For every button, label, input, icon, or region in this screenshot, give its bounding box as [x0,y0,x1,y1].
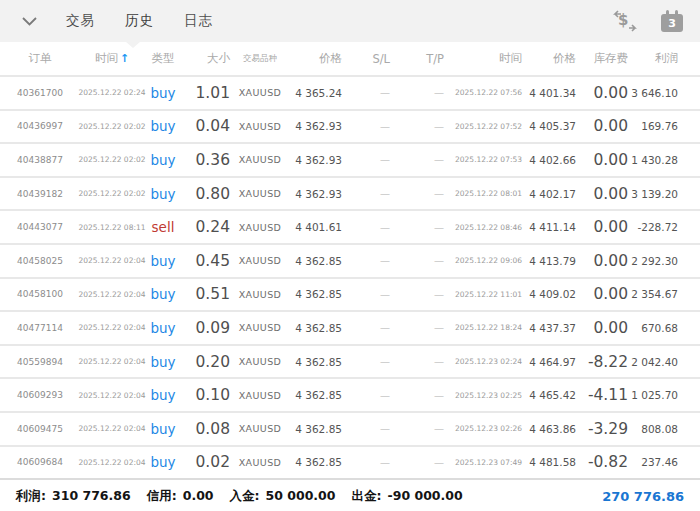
table-row[interactable]: 406096842025.12.22 02:04buy0.02XAUUSD4 3… [0,445,700,479]
order-type: buy [150,253,175,269]
symbol: XAUUSD [239,356,282,367]
order-type: buy [150,286,175,302]
col-type[interactable]: 类型 [152,51,175,66]
take-profit: — [434,188,444,199]
close-time: 2025.12.22 08:46 [455,223,522,232]
volume: 0.20 [195,353,230,371]
table-row[interactable]: 406092932025.12.22 02:04buy0.10XAUUSD4 3… [0,377,700,411]
profit: 670.68 [641,322,678,334]
swap: 0.00 [593,151,628,169]
swap: 0.00 [593,117,628,135]
open-time: 2025.12.22 02:04 [79,256,146,265]
order-id: 40439182 [17,189,63,199]
close-price: 4 405.37 [529,120,576,132]
stop-loss: — [380,356,390,367]
history-table: 403617002025.12.22 02:24buy1.01XAUUSD4 3… [0,75,700,478]
table-row[interactable]: 404391822025.12.22 02:02buy0.80XAUUSD4 3… [0,176,700,210]
stop-loss: — [380,121,390,132]
order-type: buy [150,320,175,336]
table-row[interactable]: 404369972025.12.22 02:02buy0.04XAUUSD4 3… [0,109,700,143]
stop-loss: — [380,154,390,165]
swap: -8.22 [588,353,628,371]
open-price: 4 362.93 [295,154,342,166]
table-row[interactable]: 405598942025.12.22 02:04buy0.20XAUUSD4 3… [0,344,700,378]
order-id: 40477114 [17,323,63,333]
col-swap[interactable]: 库存费 [594,51,629,66]
stop-loss: — [380,188,390,199]
open-time: 2025.12.22 02:04 [79,290,146,299]
table-row[interactable]: 404388772025.12.22 02:02buy0.36XAUUSD4 3… [0,142,700,176]
table-row[interactable]: 403617002025.12.22 02:24buy1.01XAUUSD4 3… [0,75,700,109]
symbol: XAUUSD [239,188,282,199]
close-price: 4 464.97 [529,356,576,368]
col-sl[interactable]: S/L [372,52,390,66]
col-open-price[interactable]: 价格 [319,51,342,66]
take-profit: — [434,154,444,165]
swap: -0.82 [588,453,628,471]
order-id: 40436997 [17,121,63,131]
toolbar-actions: $ 3 [612,9,684,33]
order-type: buy [150,354,175,370]
volume: 0.08 [195,420,230,438]
tab-trade[interactable]: 交易 [66,8,95,34]
open-price: 4 362.85 [295,456,342,468]
volume: 0.45 [195,252,230,270]
swap: -3.29 [588,420,628,438]
table-row[interactable]: 404430772025.12.22 08:11sell0.24XAUUSD4 … [0,209,700,243]
tab-journal[interactable]: 日志 [184,8,213,34]
table-row[interactable]: 406094752025.12.22 02:04buy0.08XAUUSD4 3… [0,411,700,445]
symbol: XAUUSD [239,222,282,233]
close-time: 2025.12.23 02:24 [455,357,522,366]
stop-loss: — [380,222,390,233]
close-time: 2025.12.22 08:01 [455,189,522,198]
col-close-price[interactable]: 价格 [553,51,576,66]
col-order[interactable]: 订单 [29,51,52,66]
stop-loss: — [380,255,390,266]
close-time: 2025.12.22 09:06 [455,256,522,265]
order-id: 40458025 [17,256,63,266]
table-row[interactable]: 404771142025.12.22 02:04buy0.09XAUUSD4 3… [0,310,700,344]
chevron-down-icon[interactable] [16,8,42,34]
table-row[interactable]: 404580252025.12.22 02:04buy0.45XAUUSD4 3… [0,243,700,277]
funds-transfer-icon[interactable]: $ [612,9,638,33]
close-price: 4 411.14 [529,221,576,233]
calendar-period-icon[interactable]: 3 [660,9,684,33]
swap: 0.00 [593,285,628,303]
order-type: buy [150,118,175,134]
close-time: 2025.12.22 07:53 [455,155,522,164]
take-profit: — [434,222,444,233]
col-open-time[interactable]: 时间↑ [95,51,129,66]
symbol: XAUUSD [239,154,282,165]
take-profit: — [434,87,444,98]
col-symbol[interactable]: 交易品种 [243,53,277,65]
order-type: buy [150,152,175,168]
swap: 0.00 [593,319,628,337]
order-id: 40609475 [17,424,63,434]
swap: 0.00 [593,218,628,236]
profit: 3 646.10 [631,87,678,99]
close-time: 2025.12.22 11:01 [455,290,522,299]
col-size[interactable]: 大小 [207,51,230,66]
volume: 0.04 [195,117,230,135]
close-price: 4 413.79 [529,255,576,267]
take-profit: — [434,356,444,367]
tab-history[interactable]: 历史 [125,8,154,34]
open-price: 4 362.85 [295,356,342,368]
summary-total: 270 776.86 [602,489,684,504]
stop-loss: — [380,322,390,333]
open-time: 2025.12.22 02:24 [79,88,146,97]
table-row[interactable]: 404581002025.12.22 02:04buy0.51XAUUSD4 3… [0,277,700,311]
col-tp[interactable]: T/P [426,52,444,66]
col-profit[interactable]: 利润 [655,51,678,66]
take-profit: — [434,322,444,333]
col-close-time[interactable]: 时间 [499,51,522,66]
order-id: 40609293 [17,390,63,400]
sort-asc-icon: ↑ [120,52,129,65]
volume: 0.09 [195,319,230,337]
take-profit: — [434,255,444,266]
order-id: 40609684 [17,457,63,467]
open-time: 2025.12.22 02:04 [79,323,146,332]
summary-deposit: 入金: 50 000.00 [230,488,336,505]
open-price: 4 362.85 [295,389,342,401]
summary-withdrawal: 出金: -90 000.00 [352,488,463,505]
